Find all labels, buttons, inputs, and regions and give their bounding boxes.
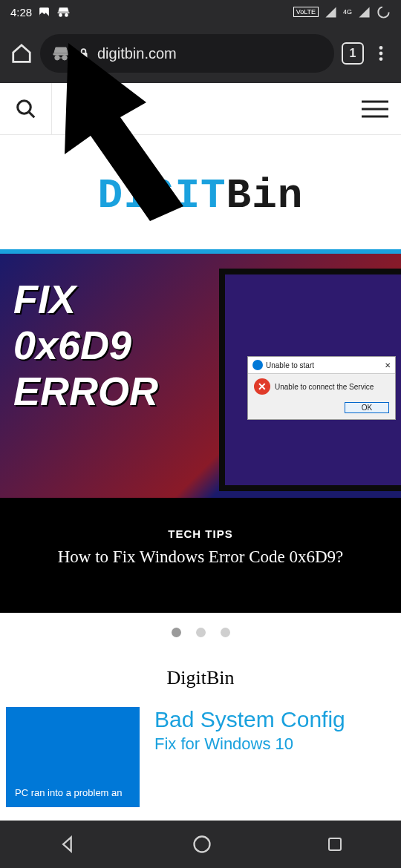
more-menu-icon[interactable] <box>371 44 391 63</box>
close-icon: ✕ <box>385 361 391 369</box>
status-time: 4:28 <box>10 6 32 19</box>
svg-point-3 <box>379 46 383 50</box>
url-text: digitbin.com <box>97 45 177 62</box>
incognito-icon <box>52 45 70 62</box>
network-badge: 4G <box>343 8 352 16</box>
ok-button: OK <box>345 402 389 413</box>
post-item[interactable]: PC ran into a problem an Bad System Conf… <box>0 707 401 807</box>
section-heading: DigitBin <box>0 667 401 689</box>
svg-point-6 <box>17 100 30 114</box>
tab-switcher[interactable]: 1 <box>342 42 364 65</box>
error-x-icon: ✕ <box>254 378 270 395</box>
post-thumbnail: PC ran into a problem an <box>6 707 140 807</box>
loading-spinner-icon <box>376 5 391 19</box>
image-icon <box>38 6 50 19</box>
hero-slide[interactable]: FIX 0x6D9 ERROR Unable to start ✕ ✕ Unab… <box>0 249 401 613</box>
dot-3[interactable] <box>221 628 230 637</box>
svg-point-7 <box>194 837 209 852</box>
dot-2[interactable] <box>196 628 206 637</box>
lock-icon <box>77 47 90 61</box>
svg-rect-8 <box>329 838 341 850</box>
carousel-dots[interactable] <box>0 613 401 667</box>
home-icon[interactable] <box>10 42 33 65</box>
site-logo[interactable]: DIGITBin <box>0 135 401 249</box>
dot-1[interactable] <box>172 628 181 637</box>
svg-point-4 <box>379 52 383 56</box>
search-button[interactable] <box>0 83 52 134</box>
hero-word-1: FIX <box>13 276 158 322</box>
incognito-status-icon <box>56 6 71 19</box>
error-dialog: Unable to start ✕ ✕ Unable to connect th… <box>247 356 396 420</box>
hero-word-3: ERROR <box>13 368 158 414</box>
post-headline[interactable]: How to Fix Windows Error Code 0x6D9? <box>0 540 401 567</box>
svg-rect-2 <box>80 53 88 59</box>
search-icon <box>15 98 37 120</box>
signal-icon <box>325 6 337 19</box>
hamburger-icon <box>360 99 390 119</box>
svg-point-1 <box>378 7 388 17</box>
post-subtitle[interactable]: Fix for Windows 10 <box>154 734 345 754</box>
home-nav-icon[interactable] <box>192 834 212 855</box>
hero-word-2: 0x6D9 <box>13 322 158 368</box>
post-category[interactable]: TECH TIPS <box>0 498 401 540</box>
malwarebytes-icon <box>252 360 263 370</box>
signal-icon-2 <box>358 6 371 19</box>
svg-point-5 <box>379 57 383 61</box>
post-title[interactable]: Bad System Config <box>154 707 345 731</box>
volte-indicator: VoLTE <box>293 7 319 17</box>
recent-nav-icon[interactable] <box>326 835 344 853</box>
address-bar[interactable]: digitbin.com <box>40 34 334 73</box>
menu-button[interactable] <box>349 99 401 119</box>
back-nav-icon[interactable] <box>57 834 78 855</box>
